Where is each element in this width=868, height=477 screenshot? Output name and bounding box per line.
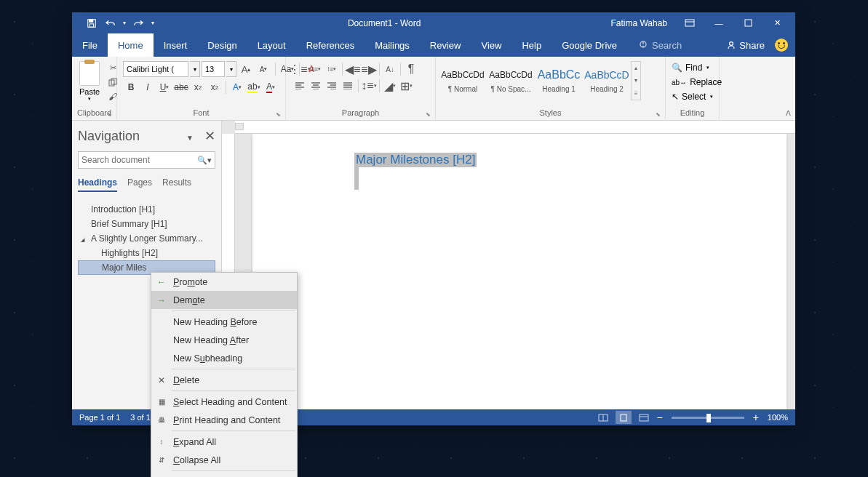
font-dialog-launcher[interactable]: ⬊ [276, 111, 283, 119]
feedback-smiley-icon[interactable] [775, 39, 788, 52]
tab-review[interactable]: Review [420, 33, 471, 57]
nav-heading-item[interactable]: Brief Summary [H1] [78, 217, 215, 231]
collapse-ribbon-button[interactable]: ᐱ [786, 109, 791, 117]
style---normal[interactable]: AaBbCcDd¶ Normal [439, 61, 487, 100]
account-name[interactable]: Fatima Wahab [610, 18, 667, 28]
undo-button[interactable] [101, 15, 120, 32]
sort-button[interactable]: A↓ [382, 62, 398, 76]
ctx-delete[interactable]: ✕Delete [151, 371, 297, 389]
shading-button[interactable]: ◢▾ [382, 79, 398, 93]
tab-help[interactable]: Help [511, 33, 552, 57]
line-spacing-button[interactable]: ↕≡▾ [361, 79, 377, 93]
save-button[interactable] [82, 15, 101, 32]
tab-google-drive[interactable]: Google Drive [552, 33, 627, 57]
ctx-select-heading-content[interactable]: ▦Select Heading and Content [151, 393, 297, 411]
show-hide-button[interactable]: ¶ [403, 62, 419, 76]
text-effects-button[interactable]: A▾ [229, 80, 245, 95]
tab-home[interactable]: Home [108, 33, 154, 57]
document-page[interactable]: Major Milestones [H2] [252, 134, 787, 409]
ctx-demote[interactable]: →Demote [151, 291, 297, 309]
ctx-new-subheading[interactable]: New Subheading [151, 349, 297, 367]
increase-indent-button[interactable]: ≡▶ [361, 62, 377, 76]
justify-button[interactable] [340, 79, 356, 93]
minimize-button[interactable]: — [706, 15, 731, 32]
horizontal-ruler[interactable] [235, 121, 795, 134]
zoom-level[interactable]: 100% [768, 413, 788, 422]
ctx-new-heading-after[interactable]: New Heading After [151, 331, 297, 349]
underline-button[interactable]: U▾ [156, 80, 172, 95]
decrease-indent-button[interactable]: ◀≡ [345, 62, 361, 76]
styles-scroll-up[interactable]: ▴ [632, 62, 640, 74]
tab-design[interactable]: Design [197, 33, 247, 57]
nav-heading-item[interactable]: Highlights [H2] [78, 246, 215, 260]
grow-font-button[interactable]: A▴ [238, 62, 254, 76]
zoom-out-button[interactable]: − [656, 412, 662, 423]
ctx-new-heading-before[interactable]: New Heading Before [151, 313, 297, 331]
bold-button[interactable]: B [123, 80, 139, 95]
tell-me-search[interactable]: Search [639, 33, 682, 57]
tab-file[interactable]: File [72, 33, 108, 57]
undo-dropdown[interactable]: ▾ [120, 15, 129, 32]
zoom-in-button[interactable]: + [753, 412, 759, 423]
styles-expand[interactable]: ≡ [632, 87, 640, 100]
nav-heading-item[interactable]: A Slightly Longer Summary... [78, 231, 215, 246]
nav-search-input[interactable] [81, 155, 197, 165]
align-center-button[interactable] [308, 79, 324, 93]
close-button[interactable]: ✕ [765, 15, 789, 32]
styles-dialog-launcher[interactable]: ⬊ [656, 111, 663, 119]
nav-search-box[interactable]: 🔍▾ [78, 151, 215, 169]
styles-scroll-down[interactable]: ▾ [632, 74, 640, 87]
italic-button[interactable]: I [140, 80, 156, 95]
tab-layout[interactable]: Layout [247, 33, 296, 57]
multilevel-list-button[interactable]: ⁝≡▾ [324, 62, 340, 76]
tab-mailings[interactable]: Mailings [365, 33, 420, 57]
clipboard-dialog-launcher[interactable]: ⬊ [107, 111, 114, 119]
style-heading-1[interactable]: AaBbCcHeading 1 [535, 61, 583, 100]
ctx-collapse-all[interactable]: ⇵Collapse All [151, 451, 297, 469]
nav-close-button[interactable]: ✕ [204, 129, 215, 143]
select-button[interactable]: ↖Select▾ [672, 90, 713, 103]
search-icon[interactable]: 🔍▾ [197, 156, 212, 165]
status-page[interactable]: Page 1 of 1 [79, 413, 120, 422]
align-right-button[interactable] [324, 79, 340, 93]
paste-button[interactable]: Paste ▾ [75, 60, 104, 103]
zoom-slider[interactable] [672, 417, 744, 419]
font-color-button[interactable]: A▾ [263, 80, 279, 95]
redo-button[interactable] [129, 15, 148, 32]
share-button[interactable]: Share [726, 40, 765, 51]
bullets-button[interactable]: ⋮≡▾ [292, 62, 308, 76]
ctx-show-heading-levels[interactable]: Show Heading Levels▶ [151, 473, 297, 477]
tab-references[interactable]: References [296, 33, 365, 57]
maximize-button[interactable] [736, 15, 760, 32]
shrink-font-button[interactable]: A▾ [255, 62, 271, 76]
tab-view[interactable]: View [471, 33, 511, 57]
borders-button[interactable]: ⊞▾ [398, 79, 414, 93]
paragraph-dialog-launcher[interactable]: ⬊ [426, 111, 433, 119]
nav-tab-headings[interactable]: Headings [78, 177, 117, 192]
font-size-combo[interactable]: 13 [202, 61, 225, 77]
ctx-print-heading-content[interactable]: 🖶Print Heading and Content [151, 411, 297, 429]
print-layout-button[interactable] [616, 411, 632, 424]
nav-tab-results[interactable]: Results [162, 177, 191, 192]
ctx-expand-all[interactable]: ↕Expand All [151, 433, 297, 451]
numbering-button[interactable]: 1≡▾ [308, 62, 324, 76]
ctx-promote[interactable]: ←Promote [151, 273, 297, 291]
heading-text[interactable]: Major Milestones [H2] [354, 153, 477, 167]
strikethrough-button[interactable]: abc [173, 80, 189, 95]
ribbon-display-button[interactable] [677, 15, 702, 32]
web-layout-button[interactable] [636, 411, 652, 424]
superscript-button[interactable]: x2 [207, 80, 223, 95]
style---no-spac---[interactable]: AaBbCcDd¶ No Spac... [487, 61, 535, 100]
subscript-button[interactable]: x2 [190, 80, 206, 95]
font-name-combo[interactable]: Calibri Light ( [123, 61, 188, 77]
read-mode-button[interactable] [595, 411, 611, 424]
qat-customize-dropdown[interactable]: ▾ [148, 15, 158, 32]
find-button[interactable]: 🔍Find▾ [672, 61, 709, 74]
nav-menu-dropdown[interactable]: ▼ [186, 134, 194, 142]
replace-button[interactable]: ab↔Replace [672, 76, 722, 89]
nav-tab-pages[interactable]: Pages [127, 177, 152, 192]
nav-heading-item[interactable]: Introduction [H1] [78, 202, 215, 217]
align-left-button[interactable] [292, 79, 308, 93]
tab-insert[interactable]: Insert [154, 33, 198, 57]
highlight-button[interactable]: ab▾ [246, 80, 262, 95]
